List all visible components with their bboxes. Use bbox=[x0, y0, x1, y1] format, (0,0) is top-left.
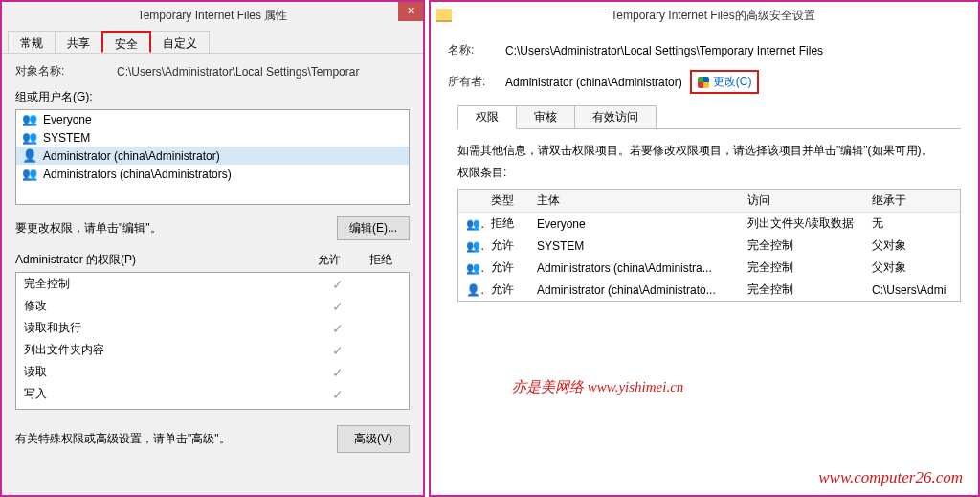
name-value: C:\Users\Administrator\Local Settings\Te… bbox=[505, 44, 823, 57]
list-item: 列出文件夹内容✓ bbox=[16, 339, 409, 361]
list-item: 写入✓ bbox=[16, 383, 409, 405]
shield-icon bbox=[698, 77, 709, 88]
entries-label: 权限条目: bbox=[457, 165, 961, 181]
users-icon: 👥 bbox=[22, 167, 37, 181]
table-header: 类型 主体 访问 继承于 bbox=[458, 190, 960, 213]
tab-strip: 常规 共享 安全 自定义 bbox=[2, 31, 423, 54]
groups-label: 组或用户名(G): bbox=[15, 89, 410, 105]
check-icon: ✓ bbox=[317, 277, 359, 292]
list-item[interactable]: 👤Administrator (china\Administrator) bbox=[16, 147, 409, 165]
advanced-hint: 有关特殊权限或高级设置，请单击"高级"。 bbox=[15, 431, 231, 447]
object-name-value: C:\Users\Administrator\Local Settings\Te… bbox=[117, 65, 359, 79]
tab-general[interactable]: 常规 bbox=[8, 31, 56, 53]
users-icon: 👥 bbox=[22, 112, 37, 126]
check-icon: ✓ bbox=[317, 365, 359, 380]
col-access[interactable]: 访问 bbox=[740, 190, 864, 212]
tab-auditing[interactable]: 审核 bbox=[516, 105, 575, 129]
check-icon: ✓ bbox=[317, 343, 359, 358]
users-icon: 👥 bbox=[458, 237, 483, 256]
user-icon: 👤 bbox=[22, 148, 37, 163]
owner-value: Administrator (china\Administrator) bbox=[505, 76, 682, 89]
list-item[interactable]: 👥SYSTEM bbox=[16, 128, 409, 147]
tab-sharing[interactable]: 共享 bbox=[55, 31, 102, 53]
allow-column-header: 允许 bbox=[318, 252, 341, 268]
check-icon: ✓ bbox=[317, 387, 359, 402]
tab-panel-security: 对象名称: C:\Users\Administrator\Local Setti… bbox=[2, 54, 423, 463]
list-item: 修改✓ bbox=[16, 295, 409, 317]
users-icon: 👥 bbox=[22, 130, 37, 145]
table-row[interactable]: 👥拒绝Everyone列出文件夹/读取数据无 bbox=[458, 213, 960, 235]
deny-column-header: 拒绝 bbox=[369, 252, 392, 268]
edit-hint: 要更改权限，请单击"编辑"。 bbox=[15, 220, 162, 237]
list-item: 读取✓ bbox=[16, 361, 409, 383]
owner-label: 所有者: bbox=[448, 74, 505, 90]
check-icon: ✓ bbox=[317, 321, 359, 336]
tab-security[interactable]: 安全 bbox=[101, 31, 151, 53]
col-type[interactable]: 类型 bbox=[483, 190, 529, 212]
groups-list[interactable]: 👥Everyone 👥SYSTEM 👤Administrator (china\… bbox=[15, 109, 410, 205]
table-row[interactable]: 👤允许Administrator (china\Administrato...完… bbox=[458, 279, 960, 301]
object-name-label: 对象名称: bbox=[15, 63, 88, 79]
list-item: 完全控制✓ bbox=[16, 273, 409, 295]
tab-customize[interactable]: 自定义 bbox=[150, 31, 210, 53]
tab-permissions[interactable]: 权限 bbox=[457, 105, 517, 129]
list-item[interactable]: 👥Everyone bbox=[16, 110, 409, 128]
col-inherit[interactable]: 继承于 bbox=[864, 190, 960, 212]
permissions-hint: 如需其他信息，请双击权限项目。若要修改权限项目，请选择该项目并单击"编辑"(如果… bbox=[457, 143, 961, 159]
properties-dialog: Temporary Internet Files 属性 ✕ 常规 共享 安全 自… bbox=[0, 0, 425, 497]
col-subject[interactable]: 主体 bbox=[529, 190, 740, 212]
edit-button[interactable]: 编辑(E)... bbox=[337, 216, 410, 240]
list-item: 读取和执行✓ bbox=[16, 317, 409, 339]
users-icon: 👥 bbox=[458, 259, 483, 278]
close-icon[interactable]: ✕ bbox=[398, 2, 423, 21]
titlebar: Temporary Internet Files的高级安全设置 bbox=[431, 2, 978, 29]
window-title: Temporary Internet Files的高级安全设置 bbox=[459, 8, 978, 24]
titlebar: Temporary Internet Files 属性 ✕ bbox=[2, 2, 423, 29]
permissions-list: 完全控制✓ 修改✓ 读取和执行✓ 列出文件夹内容✓ 读取✓ 写入✓ bbox=[15, 272, 410, 410]
watermark-text: 亦是美网络 www.yishimei.cn bbox=[512, 378, 683, 396]
advanced-button[interactable]: 高级(V) bbox=[337, 425, 410, 453]
permission-entries-table: 类型 主体 访问 继承于 👥拒绝Everyone列出文件夹/读取数据无 👥允许S… bbox=[457, 189, 961, 302]
user-icon: 👤 bbox=[458, 281, 483, 300]
users-icon: 👥 bbox=[458, 215, 483, 234]
name-label: 名称: bbox=[448, 42, 505, 58]
change-owner-link[interactable]: 更改(C) bbox=[690, 70, 760, 94]
tab-effective-access[interactable]: 有效访问 bbox=[574, 105, 657, 129]
list-item[interactable]: 👥Administrators (china\Administrators) bbox=[16, 165, 409, 183]
advanced-security-dialog: Temporary Internet Files的高级安全设置 名称: C:\U… bbox=[429, 0, 980, 497]
window-title: Temporary Internet Files 属性 bbox=[138, 8, 288, 24]
table-row[interactable]: 👥允许SYSTEM完全控制父对象 bbox=[458, 235, 960, 257]
folder-icon bbox=[436, 9, 452, 22]
permissions-label: Administrator 的权限(P) bbox=[15, 252, 136, 268]
table-row[interactable]: 👥允许Administrators (china\Administra...完全… bbox=[458, 257, 960, 279]
watermark-text: www.computer26.com bbox=[818, 468, 963, 487]
check-icon: ✓ bbox=[317, 299, 359, 314]
sub-tab-strip: 权限 审核 有效访问 bbox=[457, 105, 961, 129]
